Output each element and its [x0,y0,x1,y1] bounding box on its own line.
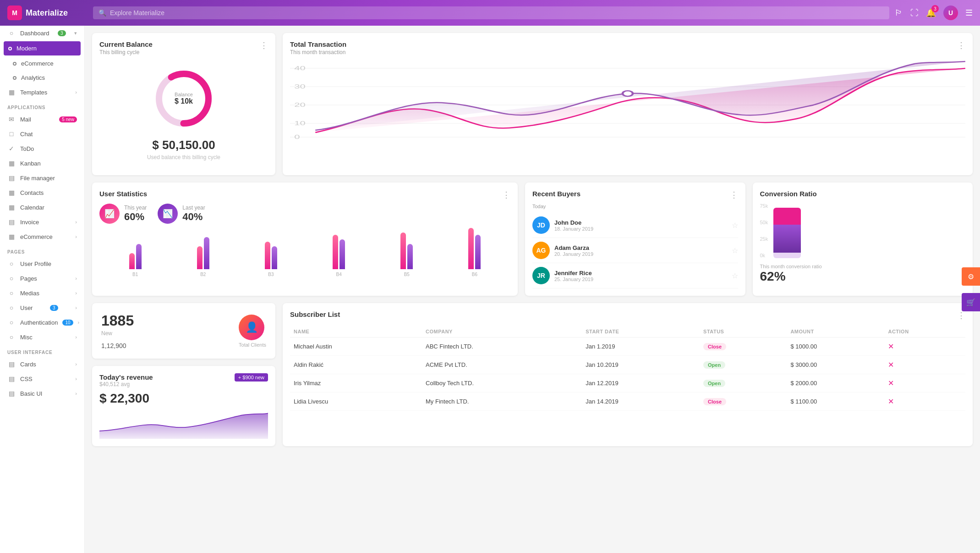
delete-button[interactable]: ✕ [888,343,894,350]
bar-purple [204,237,209,269]
modern-dot [8,47,12,50]
subscriber-menu[interactable]: ⋮ [957,310,965,321]
transaction-title: Total Transaction [290,40,346,48]
cards-chevron: › [75,361,77,367]
revenue-chart [99,411,268,439]
sidebar-item-ecommerce2[interactable]: ▦ eCommerce › [0,229,84,244]
search-placeholder: Explore Materialize [110,9,164,17]
sidebar-item-user[interactable]: ○ User 3 › [0,300,84,315]
subscriber-start-date: Jan 14.2019 [582,393,700,411]
last-year-label: Last year [182,205,205,211]
user-chevron: › [75,305,77,310]
status-badge: Open [703,361,725,369]
bar-label: B6 [472,272,477,277]
sidebar-item-chat[interactable]: □ Chat [0,127,84,141]
auth-icon: ○ [7,319,16,326]
sidebar-item-ecommerce[interactable]: eCommerce [0,56,84,71]
delete-button[interactable]: ✕ [888,398,894,405]
svg-text:10: 10 [294,120,306,126]
sidebar-item-dashboard[interactable]: ○ Dashboard 3 ▾ [0,26,84,40]
sidebar-item-mail[interactable]: ✉ Mail 5 new [0,112,84,127]
revenue-titles: Today's revenue $40,512 avg [99,373,153,387]
row-2: User Statistics ⋮ 📈 This year 60% 📉 [92,182,973,296]
sidebar-item-kanban[interactable]: ▦ Kanban [0,156,84,171]
transaction-menu[interactable]: ⋮ [957,40,965,50]
balance-menu[interactable]: ⋮ [260,40,268,50]
row-3: 1885 New 1,12,900 👤 Total Clients Today'… [92,303,973,446]
pages-chevron: › [75,276,77,281]
delete-button[interactable]: ✕ [888,361,894,369]
subscriber-name: Aldin Rakić [290,356,422,374]
buyer-row: AGAdam Garza20. January 2019☆ [532,238,738,263]
user-badge: 3 [50,305,58,311]
table-row: Aldin RakićACME Pvt LTD.Jan 10.2019Open$… [290,356,965,374]
user-avatar[interactable]: U [943,6,958,20]
flag-icon[interactable]: 🏳 [895,8,903,18]
col-status: STATUS [700,326,787,337]
sidebar-label-user: User [20,304,33,311]
templates-icon: ▦ [7,88,16,96]
delete-button[interactable]: ✕ [888,379,894,387]
sidebar-item-auth[interactable]: ○ Authentication 10 › [0,315,84,330]
buyer-star[interactable]: ☆ [732,221,738,230]
this-year-icon: 📈 [99,204,120,224]
clients-card: 1885 New 1,12,900 👤 Total Clients [92,303,275,359]
sidebar-item-misc[interactable]: ○ Misc › [0,330,84,344]
col-name: NAME [290,326,422,337]
sidebar-item-medias[interactable]: ○ Medias › [0,286,84,300]
buyers-menu[interactable]: ⋮ [730,190,738,200]
bell-icon[interactable]: 🔔 3 [926,8,936,18]
subscriber-amount: $ 1000.00 [787,337,884,356]
cart-fab[interactable]: 🛒 [962,293,980,311]
sidebar-item-css[interactable]: ▤ CSS › [0,371,84,386]
conversion-card-header: Conversion Ratio [760,190,966,198]
medias-chevron: › [75,290,77,296]
svg-text:30: 30 [294,83,306,89]
sidebar-label-kanban: Kanban [20,160,41,167]
cards-icon: ▤ [7,360,16,368]
hamburger-icon[interactable]: ☰ [965,8,973,18]
revenue-card: Today's revenue $40,512 avg + $900 new $… [92,366,275,446]
transaction-subtitle: This month transaction [290,49,346,55]
misc-icon: ○ [7,333,16,341]
sidebar-item-calendar[interactable]: ▦ Calendar [0,200,84,215]
last-year-stat: 📉 Last year 40% [158,204,205,224]
buyer-star[interactable]: ☆ [732,271,738,280]
user-stats-card: User Statistics ⋮ 📈 This year 60% 📉 [92,182,518,296]
table-row: Lidia LivescuMy Fintech LTD.Jan 14.2019C… [290,393,965,411]
search-bar[interactable]: 🔍 Explore Materialize [93,6,889,19]
settings-fab[interactable]: ⚙ [962,267,980,286]
buyer-name: Adam Garza [554,244,593,251]
buyer-row: JDJohn Doe18. January 2019☆ [532,213,738,238]
sidebar-label-misc: Misc [20,334,33,341]
brand-logo: M [7,6,22,20]
stats-menu[interactable]: ⋮ [502,190,510,200]
sidebar-item-file-manager[interactable]: ▤ File manager [0,171,84,185]
sidebar-item-analytics[interactable]: Analytics [0,71,84,85]
expand-icon[interactable]: ⛶ [910,8,919,18]
subscriber-amount: $ 1100.00 [787,393,884,411]
sidebar-label-pages: Pages [20,275,37,282]
sidebar-item-basic-ui[interactable]: ▤ Basic UI › [0,386,84,401]
subscriber-status: Open [700,374,787,393]
bar-chart: B1B2B3B4B5B6 [99,231,510,277]
subscriber-name: Michael Austin [290,337,422,356]
sidebar-item-templates[interactable]: ▦ Templates › [0,85,84,100]
sidebar-item-cards[interactable]: ▤ Cards › [0,357,84,371]
navbar: M Materialize 🔍 Explore Materialize 🏳 ⛶ … [0,0,980,26]
sidebar-item-invoice[interactable]: ▤ Invoice › [0,215,84,229]
calendar-icon: ▦ [7,204,16,211]
sidebar-label-modern: Modern [16,45,37,52]
subscriber-name: Iris Yilmaz [290,374,422,393]
this-year-value: 60% [124,211,147,223]
buyer-star[interactable]: ☆ [732,246,738,255]
sidebar-item-user-profile[interactable]: ○ User Profile [0,256,84,271]
conversion-bar [773,203,801,258]
sidebar-item-contacts[interactable]: ▦ Contacts [0,185,84,200]
sidebar-item-todo[interactable]: ✓ ToDo [0,141,84,156]
transaction-card-header: Total Transaction This month transaction… [290,40,965,55]
sidebar-item-modern[interactable]: Modern [4,41,81,55]
sidebar-label-ecommerce2: eCommerce [20,233,53,240]
sidebar-item-pages[interactable]: ○ Pages › [0,271,84,286]
navbar-icons: 🏳 ⛶ 🔔 3 U ☰ [895,6,973,20]
